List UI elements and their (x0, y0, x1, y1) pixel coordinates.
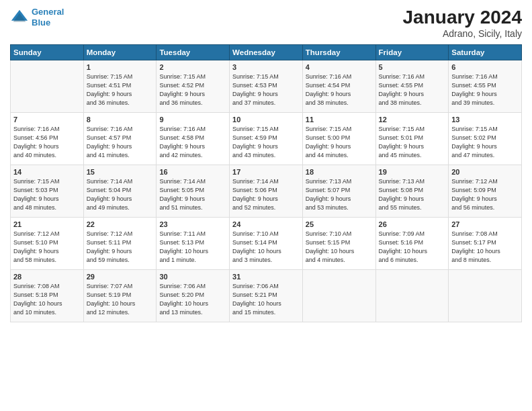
day-cell: 24Sunrise: 7:10 AMSunset: 5:14 PMDayligh… (230, 218, 303, 270)
day-info: Sunrise: 7:06 AMSunset: 5:21 PMDaylight:… (232, 282, 300, 317)
day-info: Sunrise: 7:10 AMSunset: 5:15 PMDaylight:… (306, 230, 373, 265)
page-container: General Blue January 2024 Adrano, Sicily… (0, 0, 532, 329)
day-number: 14 (13, 168, 81, 176)
day-number: 31 (232, 273, 300, 281)
col-friday: Friday (375, 45, 449, 60)
day-info: Sunrise: 7:12 AMSunset: 5:09 PMDaylight:… (451, 177, 519, 212)
day-info: Sunrise: 7:13 AMSunset: 5:08 PMDaylight:… (379, 177, 446, 212)
month-title: January 2024 (403, 7, 522, 28)
day-cell: 2Sunrise: 7:15 AMSunset: 4:52 PMDaylight… (157, 60, 230, 113)
day-info: Sunrise: 7:16 AMSunset: 4:58 PMDaylight:… (159, 125, 226, 160)
day-cell: 18Sunrise: 7:13 AMSunset: 5:07 PMDayligh… (302, 165, 375, 218)
day-cell: 27Sunrise: 7:08 AMSunset: 5:17 PMDayligh… (449, 218, 522, 270)
day-cell: 13Sunrise: 7:15 AMSunset: 5:02 PMDayligh… (449, 113, 522, 165)
day-info: Sunrise: 7:15 AMSunset: 4:53 PMDaylight:… (232, 73, 300, 107)
day-number: 25 (306, 220, 373, 228)
day-cell: 9Sunrise: 7:16 AMSunset: 4:58 PMDaylight… (157, 113, 230, 165)
logo-line1: General (32, 7, 64, 17)
day-number: 11 (306, 116, 373, 124)
header: General Blue January 2024 Adrano, Sicily… (10, 7, 522, 39)
day-info: Sunrise: 7:12 AMSunset: 5:11 PMDaylight:… (87, 230, 154, 265)
day-info: Sunrise: 7:11 AMSunset: 5:13 PMDaylight:… (159, 230, 226, 265)
day-number: 19 (379, 168, 446, 176)
day-cell: 29Sunrise: 7:07 AMSunset: 5:19 PMDayligh… (83, 270, 157, 322)
day-info: Sunrise: 7:15 AMSunset: 5:02 PMDaylight:… (451, 125, 519, 160)
day-number: 10 (232, 116, 300, 124)
day-cell: 23Sunrise: 7:11 AMSunset: 5:13 PMDayligh… (157, 218, 230, 270)
col-tuesday: Tuesday (157, 45, 230, 60)
day-info: Sunrise: 7:16 AMSunset: 4:56 PMDaylight:… (13, 125, 81, 160)
day-number: 5 (379, 63, 446, 71)
col-saturday: Saturday (449, 45, 522, 60)
day-cell: 7Sunrise: 7:16 AMSunset: 4:56 PMDaylight… (11, 113, 84, 165)
week-row-1: 1Sunrise: 7:15 AMSunset: 4:51 PMDaylight… (11, 60, 522, 113)
day-info: Sunrise: 7:12 AMSunset: 5:10 PMDaylight:… (13, 230, 81, 265)
logo-line2: Blue (32, 17, 50, 28)
day-number: 20 (451, 168, 519, 176)
day-cell: 19Sunrise: 7:13 AMSunset: 5:08 PMDayligh… (375, 165, 449, 218)
header-row: Sunday Monday Tuesday Wednesday Thursday… (11, 45, 522, 60)
day-number: 28 (13, 273, 81, 281)
day-number: 2 (159, 63, 226, 71)
day-info: Sunrise: 7:15 AMSunset: 4:52 PMDaylight:… (159, 73, 226, 107)
day-number: 7 (13, 116, 81, 124)
day-number: 6 (451, 63, 519, 71)
day-number: 9 (159, 116, 226, 124)
logo-icon (10, 8, 29, 27)
day-cell: 28Sunrise: 7:08 AMSunset: 5:18 PMDayligh… (11, 270, 84, 322)
col-thursday: Thursday (302, 45, 375, 60)
day-info: Sunrise: 7:08 AMSunset: 5:18 PMDaylight:… (13, 282, 81, 317)
week-row-2: 7Sunrise: 7:16 AMSunset: 4:56 PMDaylight… (11, 113, 522, 165)
day-info: Sunrise: 7:08 AMSunset: 5:17 PMDaylight:… (451, 230, 519, 265)
day-number: 4 (306, 63, 373, 71)
day-info: Sunrise: 7:16 AMSunset: 4:55 PMDaylight:… (379, 73, 446, 107)
col-monday: Monday (83, 45, 157, 60)
day-cell (302, 270, 375, 322)
day-info: Sunrise: 7:15 AMSunset: 5:03 PMDaylight:… (13, 177, 81, 212)
day-info: Sunrise: 7:07 AMSunset: 5:19 PMDaylight:… (87, 282, 154, 317)
day-cell: 30Sunrise: 7:06 AMSunset: 5:20 PMDayligh… (157, 270, 230, 322)
day-number: 17 (232, 168, 300, 176)
day-info: Sunrise: 7:15 AMSunset: 5:01 PMDaylight:… (379, 125, 446, 160)
day-cell: 14Sunrise: 7:15 AMSunset: 5:03 PMDayligh… (11, 165, 84, 218)
day-info: Sunrise: 7:15 AMSunset: 4:59 PMDaylight:… (232, 125, 300, 160)
day-cell: 11Sunrise: 7:15 AMSunset: 5:00 PMDayligh… (302, 113, 375, 165)
day-info: Sunrise: 7:14 AMSunset: 5:05 PMDaylight:… (159, 177, 226, 212)
day-info: Sunrise: 7:10 AMSunset: 5:14 PMDaylight:… (232, 230, 300, 265)
day-info: Sunrise: 7:06 AMSunset: 5:20 PMDaylight:… (159, 282, 226, 317)
calendar-body: 1Sunrise: 7:15 AMSunset: 4:51 PMDaylight… (11, 60, 522, 322)
day-info: Sunrise: 7:09 AMSunset: 5:16 PMDaylight:… (379, 230, 446, 265)
day-info: Sunrise: 7:16 AMSunset: 4:55 PMDaylight:… (451, 73, 519, 107)
day-number: 18 (306, 168, 373, 176)
day-cell (11, 60, 84, 113)
day-info: Sunrise: 7:16 AMSunset: 4:57 PMDaylight:… (87, 125, 154, 160)
week-row-4: 21Sunrise: 7:12 AMSunset: 5:10 PMDayligh… (11, 218, 522, 270)
day-number: 8 (87, 116, 154, 124)
location-subtitle: Adrano, Sicily, Italy (403, 28, 522, 39)
day-cell: 10Sunrise: 7:15 AMSunset: 4:59 PMDayligh… (230, 113, 303, 165)
day-number: 22 (87, 220, 154, 228)
day-number: 27 (451, 220, 519, 228)
day-number: 21 (13, 220, 81, 228)
day-info: Sunrise: 7:13 AMSunset: 5:07 PMDaylight:… (306, 177, 373, 212)
day-number: 12 (379, 116, 446, 124)
day-number: 3 (232, 63, 300, 71)
week-row-5: 28Sunrise: 7:08 AMSunset: 5:18 PMDayligh… (11, 270, 522, 322)
day-info: Sunrise: 7:14 AMSunset: 5:06 PMDaylight:… (232, 177, 300, 212)
col-sunday: Sunday (11, 45, 84, 60)
day-info: Sunrise: 7:15 AMSunset: 4:51 PMDaylight:… (87, 73, 154, 107)
day-cell: 8Sunrise: 7:16 AMSunset: 4:57 PMDaylight… (83, 113, 157, 165)
day-cell: 21Sunrise: 7:12 AMSunset: 5:10 PMDayligh… (11, 218, 84, 270)
day-info: Sunrise: 7:16 AMSunset: 4:54 PMDaylight:… (306, 73, 373, 107)
week-row-3: 14Sunrise: 7:15 AMSunset: 5:03 PMDayligh… (11, 165, 522, 218)
day-cell: 6Sunrise: 7:16 AMSunset: 4:55 PMDaylight… (449, 60, 522, 113)
day-cell: 5Sunrise: 7:16 AMSunset: 4:55 PMDaylight… (375, 60, 449, 113)
day-number: 23 (159, 220, 226, 228)
day-info: Sunrise: 7:15 AMSunset: 5:00 PMDaylight:… (306, 125, 373, 160)
day-cell (449, 270, 522, 322)
day-info: Sunrise: 7:14 AMSunset: 5:04 PMDaylight:… (87, 177, 154, 212)
day-cell (375, 270, 449, 322)
day-number: 1 (87, 63, 154, 71)
day-cell: 22Sunrise: 7:12 AMSunset: 5:11 PMDayligh… (83, 218, 157, 270)
day-cell: 25Sunrise: 7:10 AMSunset: 5:15 PMDayligh… (302, 218, 375, 270)
